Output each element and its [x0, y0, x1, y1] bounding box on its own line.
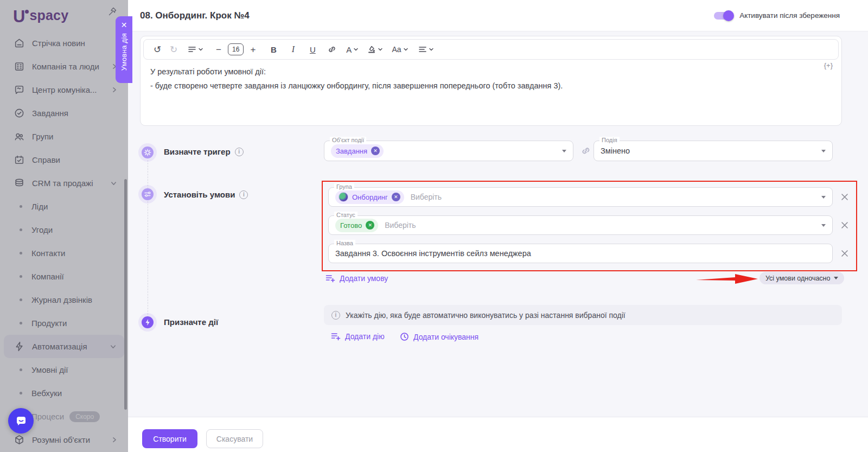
add-condition-button[interactable]: Додати умову	[326, 274, 388, 283]
automation-icon	[14, 341, 25, 352]
support-chat-button[interactable]	[8, 408, 34, 434]
page-title: 08. Онбординг. Крок №4	[140, 0, 250, 31]
select-placeholder: Виберіть	[411, 193, 442, 201]
condition-group-select[interactable]: Група Онбординг ✕ Виберіть	[328, 187, 833, 207]
bullet-icon	[20, 275, 22, 278]
event-value: Змінено	[601, 147, 630, 155]
sidebar-item-label: Розумні об'єкти	[32, 435, 90, 444]
company-icon	[14, 61, 25, 72]
sidebar-item-sub[interactable]: Ліди	[0, 195, 128, 218]
soon-badge: Скоро	[69, 411, 100, 422]
tab-label: Умовна дія	[120, 33, 128, 71]
sidebar-item-automation[interactable]: Автоматизація	[4, 335, 124, 358]
condition-status-select[interactable]: Статус Готово ✕ Виберіть	[328, 215, 833, 235]
chevron-down-icon	[378, 47, 383, 52]
activate-toggle[interactable]	[714, 12, 732, 20]
sidebar: U spacy Стрічка новинКомпанія та людиЦен…	[0, 0, 128, 452]
sidebar-item-label: Завдання	[32, 109, 68, 118]
remove-chip-icon[interactable]: ✕	[392, 193, 400, 201]
sidebar-item-label: Журнал дзвінків	[31, 295, 92, 304]
crm-icon	[14, 177, 25, 189]
objects-icon	[14, 434, 25, 445]
remove-chip-icon[interactable]: ✕	[366, 221, 374, 230]
logo-dot-icon	[25, 10, 29, 14]
app-window: U spacy Стрічка новинКомпанія та людиЦен…	[0, 0, 868, 452]
remove-condition-button[interactable]	[839, 192, 850, 202]
description-editor[interactable]: ↺ ↻ − 16 + B I U A	[140, 36, 842, 126]
tasks-icon	[14, 107, 25, 119]
info-icon[interactable]: i	[239, 190, 248, 199]
font-size-value[interactable]: 16	[228, 43, 244, 55]
sidebar-item-crm[interactable]: CRM та продажі	[0, 171, 128, 195]
condition-name-input[interactable]: Назва Завдання 3. Освоєння інструментів …	[328, 244, 833, 263]
sidebar-item-newsfeed[interactable]: Стрічка новин	[0, 31, 128, 55]
newsfeed-icon	[14, 37, 25, 49]
sidebar-item-comms[interactable]: Центр комуніка...	[0, 78, 128, 101]
text-case-button[interactable]: Aa	[390, 42, 410, 57]
add-action-button[interactable]: Додати дію	[331, 332, 385, 341]
event-object-select[interactable]: Об'єкт події Завдання ✕	[324, 141, 573, 161]
select-caret-icon	[821, 224, 826, 227]
insert-variable-button[interactable]: {+}	[824, 61, 833, 69]
group-chip: Онбординг ✕	[335, 190, 404, 204]
editor-content[interactable]: У результаті роботи умовної дії: - буде …	[150, 65, 809, 93]
remove-condition-button[interactable]	[839, 248, 850, 259]
field-label: Подія	[599, 137, 620, 143]
sidebar-item-sub[interactable]: Продукти	[0, 311, 128, 335]
align-button[interactable]	[417, 42, 436, 57]
calendar-icon	[14, 154, 25, 165]
bullet-icon	[20, 368, 22, 371]
sidebar-item-sub[interactable]: Журнал дзвінків	[0, 288, 128, 311]
bullet-icon	[20, 322, 22, 324]
sidebar-scrollbar[interactable]	[124, 179, 127, 410]
redo-button[interactable]: ↻	[167, 42, 181, 57]
editor-toolbar: ↺ ↻ − 16 + B I U A	[143, 39, 839, 60]
sidebar-item-sub[interactable]: Вебхуки	[0, 381, 128, 405]
create-button[interactable]: Створити	[142, 429, 197, 448]
decrease-font-button[interactable]: −	[212, 42, 226, 57]
increase-font-button[interactable]: +	[246, 42, 260, 57]
sidebar-item-sub[interactable]: Компанії	[0, 265, 128, 288]
uspacy-logo[interactable]: U spacy	[13, 7, 68, 27]
paragraph-format-button[interactable]	[186, 42, 205, 57]
sidebar-item-label: Компанія та люди	[32, 62, 99, 71]
activate-toggle-label: Активувати після збереження	[739, 11, 840, 20]
sidebar-item-calendar[interactable]: Справи	[0, 148, 128, 171]
close-panel-icon[interactable]: ✕	[121, 20, 127, 30]
sidebar-item-groups[interactable]: Групи	[0, 125, 128, 148]
sidebar-item-label: Автоматизація	[32, 342, 87, 351]
sidebar-item-company[interactable]: Компанія та люди	[0, 55, 128, 78]
select-caret-icon	[562, 150, 566, 152]
cancel-button[interactable]: Скасувати	[206, 429, 263, 448]
chevron-right-icon	[112, 436, 117, 443]
info-icon[interactable]: i	[235, 148, 244, 156]
remove-chip-icon[interactable]: ✕	[371, 147, 380, 155]
underline-button[interactable]: U	[305, 42, 320, 57]
remove-condition-button[interactable]	[839, 220, 850, 231]
chevron-down-icon	[110, 344, 117, 349]
footer-bar: Створити Скасувати	[128, 417, 868, 452]
select-placeholder: Виберіть	[385, 221, 416, 230]
conditional-action-tab[interactable]: ✕ Умовна дія	[116, 16, 132, 83]
insert-link-button[interactable]	[325, 42, 339, 57]
italic-button[interactable]: I	[286, 42, 300, 57]
event-select[interactable]: Подія Змінено	[593, 141, 833, 161]
sidebar-item-tasks[interactable]: Завдання	[0, 101, 128, 125]
pin-sidebar-icon[interactable]	[107, 7, 117, 18]
annotation-arrow	[696, 272, 759, 286]
undo-button[interactable]: ↺	[150, 42, 164, 57]
bold-button[interactable]: B	[266, 42, 280, 57]
text-color-button[interactable]: A	[344, 42, 360, 57]
trigger-step-icon	[142, 147, 154, 158]
highlight-color-button[interactable]	[366, 42, 385, 57]
sidebar-item-sub[interactable]: Умовні дії	[0, 358, 128, 381]
chevron-right-icon	[112, 86, 117, 93]
field-label: Об'єкт події	[330, 137, 366, 143]
clock-icon	[400, 332, 409, 341]
add-wait-button[interactable]: Додати очікування	[400, 332, 478, 341]
conditions-section-title: Установіть умови i	[164, 190, 248, 199]
conditions-logic-selector[interactable]: Усі умови одночасно	[760, 272, 844, 284]
actions-section-title: Призначте дії	[164, 317, 218, 327]
sidebar-item-sub[interactable]: Угоди	[0, 218, 128, 241]
sidebar-item-sub[interactable]: Контакти	[0, 241, 128, 265]
